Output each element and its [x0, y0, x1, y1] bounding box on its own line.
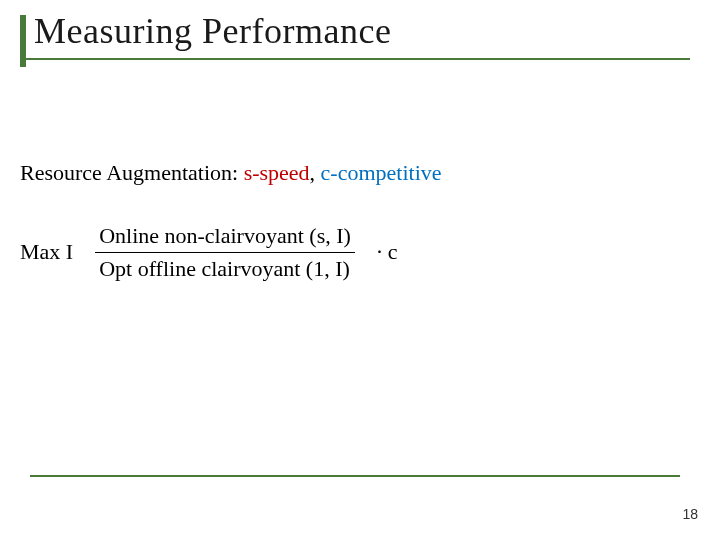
body-content: Resource Augmentation: s-speed, c-compet… — [20, 160, 680, 282]
fraction-numerator: Online non-clairvoyant (s, I) — [95, 222, 355, 250]
title-accent-bar — [20, 15, 26, 67]
title-block: Measuring Performance — [20, 10, 690, 68]
s-speed-text: s-speed — [244, 160, 310, 185]
bottom-rule — [30, 475, 680, 477]
c-competitive-text: c-competitive — [321, 160, 442, 185]
formula-row: Max I Online non-clairvoyant (s, I) Opt … — [20, 222, 680, 282]
title-underline — [20, 58, 690, 60]
max-i-text: Max I — [20, 239, 73, 265]
resource-augmentation-line: Resource Augmentation: s-speed, c-compet… — [20, 160, 680, 186]
separator-text: , — [310, 160, 321, 185]
lead-text: Resource Augmentation: — [20, 160, 244, 185]
fraction: Online non-clairvoyant (s, I) Opt offlin… — [95, 222, 355, 282]
fraction-bar — [95, 252, 355, 253]
slide-title: Measuring Performance — [34, 10, 690, 52]
times-c-text: · c — [377, 239, 398, 265]
fraction-denominator: Opt offline clairvoyant (1, I) — [95, 255, 355, 283]
page-number: 18 — [682, 506, 698, 522]
